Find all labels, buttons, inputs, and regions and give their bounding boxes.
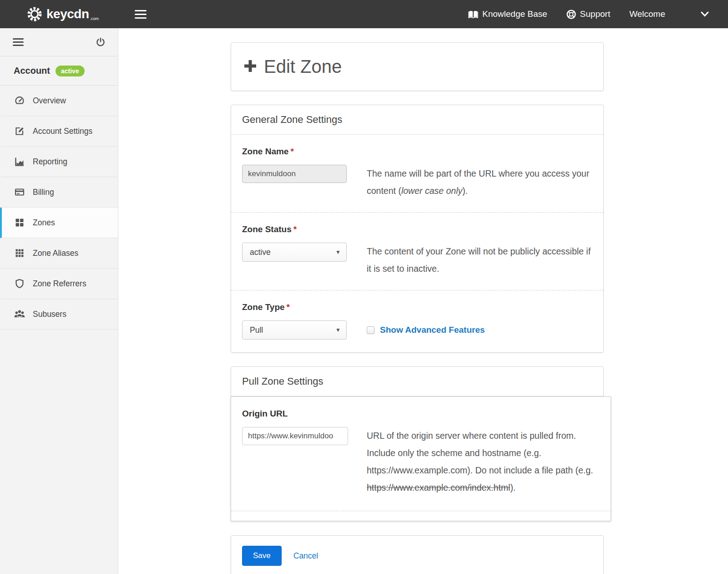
welcome-menu[interactable]: Welcome <box>629 9 665 19</box>
zone-type-value: Pull <box>250 325 263 335</box>
zone-status-value: active <box>250 248 271 257</box>
sidebar-item-label: Subusers <box>33 310 66 319</box>
chevron-down-icon[interactable] <box>701 11 709 17</box>
shield-icon <box>14 278 25 289</box>
sidebar-item-overview[interactable]: Overview <box>0 86 118 116</box>
save-button[interactable]: Save <box>242 546 282 566</box>
knowledge-base-label: Knowledge Base <box>482 9 547 19</box>
sidebar: Account active Overview Account Settings <box>0 28 118 574</box>
chart-icon <box>14 156 25 167</box>
sidebar-item-label: Account Settings <box>33 127 92 136</box>
zone-name-row: Zone Name* The name will be part of the … <box>231 135 603 212</box>
show-advanced-features-link[interactable]: Show Advanced Features <box>380 325 485 335</box>
users-icon <box>14 309 25 320</box>
edit-zone-title-card: Edit Zone <box>231 42 604 91</box>
topbar: keycdn .com Knowledge Base <box>0 0 728 28</box>
edit-icon <box>14 126 25 137</box>
panel-footer <box>231 511 611 521</box>
actions-card: Save Cancel <box>231 535 604 574</box>
sidebar-item-subusers[interactable]: Subusers <box>0 299 118 330</box>
credit-card-icon <box>14 187 25 198</box>
page-title: Edit Zone <box>264 56 342 77</box>
logout-power-icon[interactable] <box>96 37 105 47</box>
origin-url-label: Origin URL <box>242 409 600 419</box>
sidebar-item-zone-referrers[interactable]: Zone Referrers <box>0 269 118 299</box>
sidebar-item-label: Zone Aliases <box>33 249 78 258</box>
logo-tld-text: .com <box>90 16 99 21</box>
zone-type-row: Zone Type* Pull ▼ Show Advanced Features <box>231 290 603 352</box>
sidebar-item-label: Billing <box>33 188 54 197</box>
knowledge-base-link[interactable]: Knowledge Base <box>468 9 547 19</box>
origin-url-input[interactable] <box>242 427 348 445</box>
support-link[interactable]: Support <box>566 9 611 19</box>
zone-status-label: Zone Status* <box>242 224 592 234</box>
gear-logo-icon <box>26 6 43 22</box>
sidebar-item-label: Zones <box>33 218 55 228</box>
sidebar-item-account-settings[interactable]: Account Settings <box>0 116 118 147</box>
sidebar-collapse-button[interactable] <box>13 36 24 48</box>
general-settings-header: General Zone Settings <box>231 105 603 135</box>
keycdn-logo[interactable]: keycdn .com <box>26 6 118 22</box>
welcome-label: Welcome <box>629 9 665 19</box>
pull-zone-settings-card: Pull Zone Settings Origin URL URL of the… <box>231 366 604 508</box>
gauge-icon <box>14 95 25 106</box>
origin-url-row: Origin URL URL of the origin server wher… <box>231 397 611 509</box>
account-label: Account <box>14 66 50 76</box>
zone-name-help: The name will be part of the URL where y… <box>356 165 592 199</box>
advanced-features-checkbox[interactable] <box>367 326 374 334</box>
sidebar-item-zone-aliases[interactable]: Zone Aliases <box>0 238 118 269</box>
account-status-badge: active <box>56 66 85 76</box>
main-content: Edit Zone General Zone Settings Zone Nam… <box>118 0 728 574</box>
plus-icon <box>243 59 258 75</box>
cancel-link[interactable]: Cancel <box>293 551 318 561</box>
required-asterisk: * <box>287 302 290 312</box>
required-asterisk: * <box>293 224 297 234</box>
sidebar-item-reporting[interactable]: Reporting <box>0 147 118 177</box>
select-arrow-icon: ▼ <box>335 327 341 333</box>
lifebuoy-icon <box>566 10 576 19</box>
support-label: Support <box>580 9 611 19</box>
account-section-header: Account active <box>0 56 118 86</box>
book-icon <box>468 10 478 19</box>
zone-type-select[interactable]: Pull ▼ <box>242 320 347 340</box>
zones-grid-icon <box>14 217 25 228</box>
sidebar-item-zones[interactable]: Zones <box>0 208 118 238</box>
required-asterisk: * <box>290 147 293 156</box>
zone-status-row: Zone Status* active ▼ The content of you… <box>231 212 603 290</box>
zone-name-input[interactable] <box>242 165 347 183</box>
pull-settings-panel: Origin URL URL of the origin server wher… <box>231 396 611 521</box>
select-arrow-icon: ▼ <box>335 249 341 255</box>
zone-status-help: The content of your Zone will not be pub… <box>356 243 592 277</box>
zone-type-label: Zone Type* <box>242 302 592 312</box>
zone-status-select[interactable]: active ▼ <box>242 243 347 262</box>
origin-url-help: URL of the origin server where content i… <box>356 427 600 496</box>
pull-settings-header: Pull Zone Settings <box>231 367 603 396</box>
grid-dots-icon <box>14 248 25 259</box>
topbar-menu-button[interactable] <box>132 5 149 24</box>
sidebar-item-billing[interactable]: Billing <box>0 177 118 208</box>
logo-brand-text: keycdn <box>46 7 89 21</box>
general-zone-settings-card: General Zone Settings Zone Name* The nam… <box>231 105 604 353</box>
sidebar-item-label: Zone Referrers <box>33 279 86 289</box>
sidebar-item-label: Overview <box>33 96 66 106</box>
sidebar-item-label: Reporting <box>33 157 67 167</box>
zone-name-label: Zone Name* <box>242 147 592 157</box>
